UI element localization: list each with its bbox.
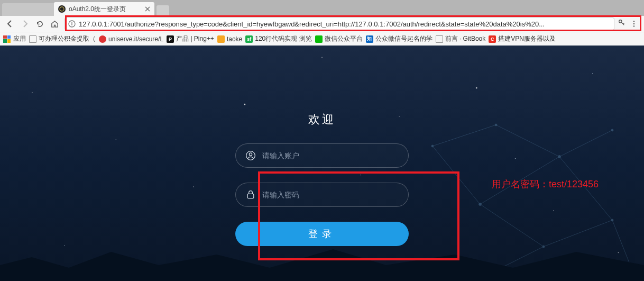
user-icon <box>245 150 256 161</box>
bookmark-item[interactable]: 前言 · GitBook <box>436 34 486 43</box>
bookmark-item[interactable]: taoke <box>217 34 242 43</box>
active-tab[interactable]: oAuth2.0统一登录页 <box>54 2 154 16</box>
address-bar[interactable] <box>65 17 614 30</box>
login-form: 欢迎 登录 <box>227 112 417 246</box>
tab-favicon <box>58 5 66 13</box>
bookmark-label: 搭建VPN服务器以及 <box>498 34 556 43</box>
bookmark-item[interactable]: uniserve.it/secure/L <box>99 34 163 43</box>
svg-rect-29 <box>247 194 254 198</box>
svg-point-28 <box>249 153 252 156</box>
page-viewport: 欢迎 登录 用户名密码：test/123456 <box>0 46 644 281</box>
bookmark-label: 微信公众平台 <box>325 34 363 43</box>
svg-point-6 <box>633 23 635 25</box>
bookmark-label: 公众微信号起名的学 <box>375 34 433 43</box>
welcome-heading: 欢迎 <box>227 112 417 128</box>
mountain-silhouette <box>0 244 644 281</box>
ping-icon: P <box>167 35 174 43</box>
svg-point-7 <box>633 25 635 27</box>
inactive-tab[interactable] <box>2 3 60 16</box>
annotation-credentials: 用户名密码：test/123456 <box>492 178 599 191</box>
new-tab-button[interactable] <box>157 5 169 16</box>
segfault-icon: sf <box>245 35 253 43</box>
apps-icon <box>3 35 11 43</box>
lock-icon <box>245 189 256 200</box>
svg-point-2 <box>71 22 72 23</box>
reload-button[interactable] <box>33 17 47 30</box>
username-field-wrap <box>235 143 409 168</box>
file-icon <box>436 35 443 43</box>
bookmark-item[interactable]: 微信公众平台 <box>315 34 363 43</box>
bookmark-item[interactable]: C搭建VPN服务器以及 <box>489 34 556 43</box>
tab-bar: oAuth2.0统一登录页 <box>0 0 644 16</box>
bookmark-item[interactable]: 知公众微信号起名的学 <box>366 34 433 43</box>
password-field-wrap <box>235 183 409 207</box>
login-button[interactable]: 登录 <box>235 222 409 246</box>
tab-title: oAuth2.0统一登录页 <box>69 5 126 14</box>
apps-button[interactable]: 应用 <box>3 34 26 43</box>
bookmark-label: 可办理公积金提取（ <box>39 34 96 43</box>
url-input[interactable] <box>79 20 611 28</box>
close-tab-button[interactable] <box>144 5 151 13</box>
taoke-icon <box>217 35 225 43</box>
apps-label: 应用 <box>13 34 26 43</box>
password-input[interactable] <box>262 191 399 199</box>
username-input[interactable] <box>262 151 399 160</box>
bookmark-label: 120行代码实现 浏览 <box>255 34 311 43</box>
back-button[interactable] <box>3 17 17 30</box>
svg-rect-3 <box>71 23 72 25</box>
browser-toolbar <box>0 16 644 32</box>
bookmark-label: 前言 · GitBook <box>445 34 486 43</box>
svg-point-0 <box>60 7 64 11</box>
wechat-icon <box>315 35 323 43</box>
site-info-icon[interactable] <box>68 20 76 28</box>
home-button[interactable] <box>48 17 61 30</box>
csdn-icon: C <box>489 35 496 43</box>
forward-button[interactable] <box>18 17 32 30</box>
bookmark-item[interactable]: P产品 | Ping++ <box>167 34 214 43</box>
bookmark-label: taoke <box>227 35 242 43</box>
menu-button[interactable] <box>627 17 641 30</box>
svg-point-5 <box>633 21 635 22</box>
bookmark-label: 产品 | Ping++ <box>176 34 214 43</box>
file-icon <box>29 35 36 43</box>
red-dot-icon <box>99 35 106 43</box>
zhihu-icon: 知 <box>366 35 373 43</box>
bookmark-item[interactable]: 可办理公积金提取（ <box>29 34 96 43</box>
bookmark-label: uniserve.it/secure/L <box>108 35 163 43</box>
bookmark-item[interactable]: sf120行代码实现 浏览 <box>245 34 311 43</box>
bookmarks-bar: 应用 可办理公积金提取（uniserve.it/secure/LP产品 | Pi… <box>0 32 644 46</box>
saved-password-icon[interactable] <box>618 19 626 29</box>
